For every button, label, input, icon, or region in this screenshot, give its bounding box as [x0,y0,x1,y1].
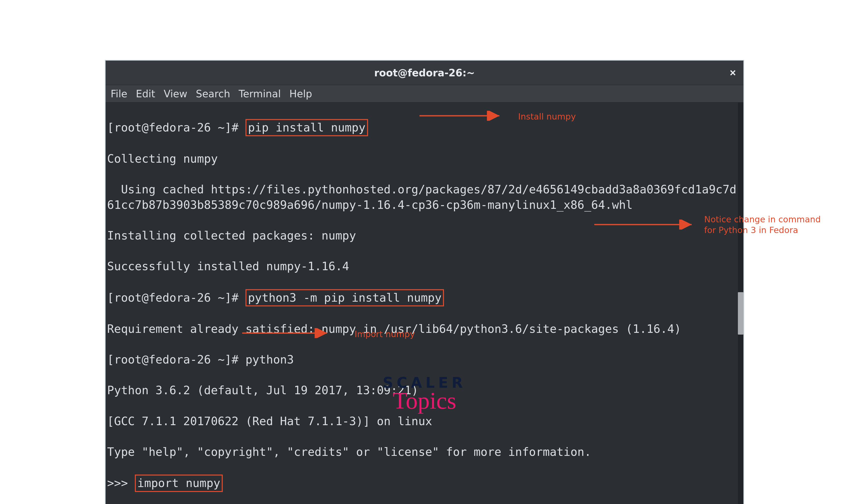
cmd-import-numpy: import numpy [137,476,220,490]
term-line-2: Collecting numpy [107,151,742,167]
logo-topics-text: Topics [383,387,466,414]
highlight-python3-pip: python3 -m pip install numpy [245,289,444,307]
term-line-3: Using cached https://files.pythonhosted.… [107,182,742,213]
close-icon[interactable]: × [730,68,736,78]
terminal-window: root@fedora-26:~ × File Edit View Search… [105,60,744,504]
scrollbar-track[interactable] [738,103,743,504]
term-line-8: [root@fedora-26 ~]# python3 [107,352,742,367]
term-line-1: [root@fedora-26 ~]# pip install numpy [107,120,742,136]
annotation-label-notice-l2: for Python 3 in Fedora [704,225,798,235]
menubar: File Edit View Search Terminal Help [106,85,743,103]
menu-search[interactable]: Search [196,88,230,100]
term-line-11: Type "help", "copyright", "credits" or "… [107,444,742,460]
term-line-7: Requirement already satisfied: numpy in … [107,321,742,337]
titlebar: root@fedora-26:~ × [106,61,743,85]
menu-file[interactable]: File [110,88,127,100]
term-line-6: [root@fedora-26 ~]# python3 -m pip insta… [107,290,742,306]
term-line-5: Successfully installed numpy-1.16.4 [107,259,742,274]
python-prompt: >>> [107,476,135,490]
annotation-label-notice: Notice change in command for Python 3 in… [704,214,821,235]
term-line-4: Installing collected packages: numpy [107,228,742,244]
window-title: root@fedora-26:~ [374,67,475,78]
term-line-10: [GCC 7.1.1 20170622 (Red Hat 7.1.1-3)] o… [107,414,742,429]
menu-terminal[interactable]: Terminal [239,88,281,100]
annotation-label-notice-l1: Notice change in command [704,214,821,224]
highlight-pip-install: pip install numpy [245,119,368,137]
cmd-pip-install: pip install numpy [248,121,366,134]
brand-logo: SCALER Topics [383,374,466,414]
stage: root@fedora-26:~ × File Edit View Search… [105,60,744,504]
menu-help[interactable]: Help [290,88,312,100]
menu-view[interactable]: View [163,88,187,100]
term-line-12: >>> import numpy [107,475,742,491]
shell-prompt: [root@fedora-26 ~]# [107,121,245,134]
menu-edit[interactable]: Edit [136,88,155,100]
highlight-import-numpy: import numpy [135,474,223,492]
annotation-label-import: Import numpy [354,329,415,340]
shell-prompt: [root@fedora-26 ~]# [107,291,245,304]
terminal-body[interactable]: [root@fedora-26 ~]# pip install numpy Co… [106,103,743,504]
scrollbar-thumb[interactable] [738,292,743,335]
annotation-label-install: Install numpy [518,111,576,122]
cmd-python3-pip: python3 -m pip install numpy [248,291,441,304]
